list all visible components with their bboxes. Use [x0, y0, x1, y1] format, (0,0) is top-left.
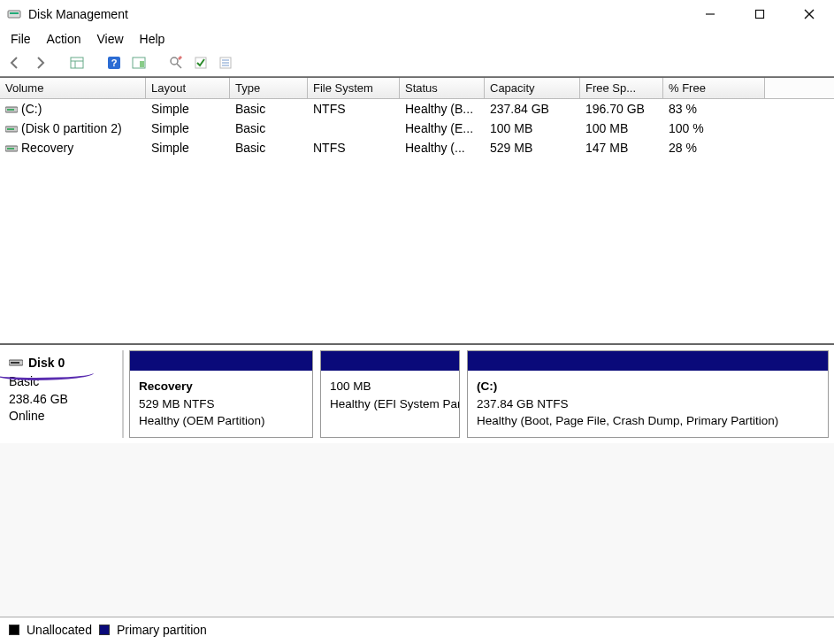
- show-hide-panes-icon[interactable]: [67, 53, 87, 73]
- partition-block[interactable]: (C:) 237.84 GB NTFS Healthy (Boot, Page …: [467, 350, 829, 438]
- volume-table-header: Volume Layout Type File System Status Ca…: [0, 78, 834, 99]
- svg-line-14: [177, 64, 181, 68]
- back-button[interactable]: [5, 53, 25, 73]
- window-buttons: [698, 2, 827, 27]
- partition-header-bar: [468, 351, 828, 371]
- cell-pct: 28 %: [663, 139, 765, 157]
- partition-status: Healthy (OEM Partition): [139, 412, 303, 430]
- cell-cap: 529 MB: [485, 139, 580, 157]
- title-bar: Disk Management: [0, 0, 834, 28]
- volume-icon: [5, 125, 18, 134]
- toolbar-separator: [154, 53, 161, 73]
- disk-state: Online: [9, 408, 113, 426]
- col-pctfree[interactable]: % Free: [663, 78, 765, 98]
- table-row[interactable]: Recovery Simple Basic NTFS Healthy (... …: [0, 138, 834, 157]
- forward-button[interactable]: [30, 53, 50, 73]
- disk-icon: [9, 356, 23, 370]
- settings-panes-icon[interactable]: [129, 53, 149, 73]
- app-icon: [7, 7, 21, 21]
- partition-header-bar: [321, 351, 459, 371]
- partition-size: 237.84 GB NTFS: [477, 395, 819, 413]
- col-capacity[interactable]: Capacity: [485, 78, 580, 98]
- toolbar-separator: [55, 53, 62, 73]
- volume-icon: [5, 144, 18, 153]
- help-icon[interactable]: ?: [104, 53, 124, 73]
- action-checklist-icon[interactable]: [191, 53, 210, 73]
- graphical-empty-space: [0, 443, 834, 617]
- col-layout[interactable]: Layout: [146, 78, 230, 98]
- legend-swatch-unallocated: [9, 625, 19, 635]
- menu-action[interactable]: Action: [47, 32, 81, 46]
- cell-layout: Simple: [146, 100, 230, 118]
- svg-rect-1: [10, 12, 19, 14]
- volume-table: Volume Layout Type File System Status Ca…: [0, 77, 834, 157]
- svg-rect-23: [7, 128, 14, 130]
- cell-type: Basic: [230, 100, 308, 118]
- disk-block: Disk 0 Basic 238.46 GB Online Recovery 5…: [0, 345, 834, 443]
- legend-label-primary: Primary partition: [117, 623, 207, 637]
- col-filesystem[interactable]: File System: [308, 78, 400, 98]
- disk-name-text: Disk 0: [28, 356, 65, 370]
- find-icon[interactable]: [166, 53, 186, 73]
- legend: Unallocated Primary partition: [0, 617, 834, 644]
- partition-status: Healthy (EFI System Partition): [330, 395, 450, 413]
- partition-name: (C:): [477, 378, 819, 395]
- volume-empty-space: [0, 157, 834, 343]
- cell-pct: 83 %: [663, 100, 765, 118]
- cell-pct: 100 %: [663, 119, 765, 137]
- cell-status: Healthy (B...: [400, 100, 485, 118]
- toolbar-separator: [92, 53, 99, 73]
- cell-fs: [308, 119, 400, 137]
- cell-free: 147 MB: [580, 139, 663, 157]
- toolbar: ?: [0, 51, 834, 77]
- disk-type: Basic: [9, 373, 113, 391]
- col-free[interactable]: Free Sp...: [580, 78, 663, 98]
- col-volume[interactable]: Volume: [0, 78, 146, 98]
- cell-volume: Recovery: [21, 141, 73, 155]
- svg-rect-25: [7, 148, 14, 150]
- partition-block[interactable]: Recovery 529 MB NTFS Healthy (OEM Partit…: [129, 350, 313, 438]
- cell-volume: (Disk 0 partition 2): [21, 121, 122, 135]
- disk-label[interactable]: Disk 0 Basic 238.46 GB Online: [0, 350, 124, 438]
- cell-fs: NTFS: [308, 139, 400, 157]
- cell-free: 100 MB: [580, 119, 663, 137]
- volume-rows: (C:) Simple Basic NTFS Healthy (B... 237…: [0, 99, 834, 157]
- menu-help[interactable]: Help: [140, 32, 165, 46]
- partition-size: 529 MB NTFS: [139, 395, 303, 413]
- partition-block[interactable]: 100 MB Healthy (EFI System Partition): [320, 350, 460, 438]
- legend-swatch-primary: [99, 625, 110, 635]
- minimize-button[interactable]: [698, 2, 723, 27]
- legend-label-unallocated: Unallocated: [27, 623, 92, 637]
- cell-status: Healthy (...: [400, 139, 485, 157]
- partition-status: Healthy (Boot, Page File, Crash Dump, Pr…: [477, 412, 819, 430]
- cell-layout: Simple: [146, 139, 230, 157]
- table-row[interactable]: (C:) Simple Basic NTFS Healthy (B... 237…: [0, 99, 834, 119]
- menu-bar: File Action View Help: [0, 28, 834, 51]
- cell-type: Basic: [230, 139, 308, 157]
- svg-text:?: ?: [111, 58, 118, 68]
- partition-header-bar: [130, 351, 312, 371]
- svg-rect-12: [140, 61, 144, 67]
- maximize-button[interactable]: [747, 2, 772, 27]
- svg-rect-3: [756, 11, 764, 19]
- svg-point-13: [171, 58, 178, 65]
- menu-view[interactable]: View: [96, 32, 123, 46]
- col-type[interactable]: Type: [230, 78, 308, 98]
- col-status[interactable]: Status: [400, 78, 485, 98]
- close-button[interactable]: [797, 2, 822, 27]
- table-row[interactable]: (Disk 0 partition 2) Simple Basic Health…: [0, 119, 834, 138]
- svg-rect-6: [71, 58, 83, 68]
- cell-volume: (C:): [21, 102, 42, 116]
- cell-free: 196.70 GB: [580, 100, 663, 118]
- properties-list-icon[interactable]: [216, 53, 235, 73]
- partition-size: 100 MB: [330, 378, 450, 395]
- volume-icon: [5, 105, 18, 114]
- partitions: Recovery 529 MB NTFS Healthy (OEM Partit…: [129, 350, 829, 438]
- svg-rect-27: [11, 362, 19, 364]
- menu-file[interactable]: File: [11, 32, 31, 46]
- partition-name: Recovery: [139, 378, 303, 395]
- cell-layout: Simple: [146, 119, 230, 137]
- cell-status: Healthy (E...: [400, 119, 485, 137]
- cell-cap: 237.84 GB: [485, 100, 580, 118]
- disk-size: 238.46 GB: [9, 391, 113, 409]
